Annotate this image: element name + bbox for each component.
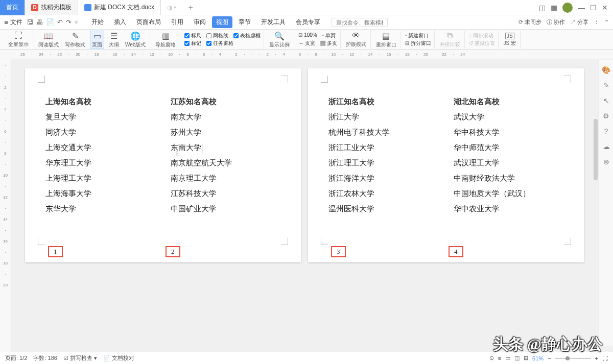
tableframe-checkbox[interactable]: 表格虚框 <box>233 32 261 39</box>
list-item[interactable]: 中南财经政法大学 <box>454 171 563 186</box>
new-tab-button[interactable]: + <box>182 3 199 12</box>
list-item[interactable]: 中国地质大学（武汉） <box>454 186 563 201</box>
sidebar-pencil-icon[interactable]: ✎ <box>603 81 609 89</box>
split-button[interactable]: ⊟ 拆分窗口 <box>405 40 431 47</box>
coop-button[interactable]: ⓘ 协作 <box>547 18 565 26</box>
collapse-ribbon-icon[interactable]: ⌃ <box>604 19 609 26</box>
sidebar-link-icon[interactable]: ⊛ <box>603 158 609 166</box>
write-mode-button[interactable]: ✎写作模式 <box>63 31 87 48</box>
sidebar-settings-icon[interactable]: ⚙ <box>603 112 609 120</box>
save-icon[interactable]: 🖫 <box>27 18 33 26</box>
list-item[interactable]: 上海理工大学 <box>45 171 155 186</box>
zoom-value[interactable]: 61% <box>532 355 544 361</box>
zoomratio-button[interactable]: 🔍显示比例 <box>268 31 291 48</box>
list-item[interactable]: 上海海事大学 <box>45 186 155 201</box>
outline-button[interactable]: ☰大纲 <box>107 31 121 48</box>
more-icon[interactable]: ⋮ <box>594 19 599 26</box>
list-item[interactable]: 华中科技大学 <box>454 125 563 140</box>
list-item[interactable]: 温州医科大学 <box>328 201 438 216</box>
zoom-slider[interactable] <box>555 358 591 359</box>
menu-tab-start[interactable]: 开始 <box>87 16 108 28</box>
list-item[interactable]: 南京航空航天大学 <box>171 155 280 171</box>
list-item[interactable]: 华东理工大学 <box>45 155 155 171</box>
maximize-button[interactable]: ☐ <box>590 4 597 12</box>
tab-document[interactable]: 新建 DOCX 文档.docx <box>78 0 161 15</box>
view-mode-5-icon[interactable]: ⊞ <box>524 355 528 361</box>
newwin-button[interactable]: ▫ 新建窗口 <box>405 32 431 39</box>
scrollbar-thumb[interactable] <box>594 119 598 180</box>
column-heading[interactable]: 上海知名高校 <box>45 94 155 109</box>
vertical-ruler[interactable]: ··2·4·6·8·10·12·14·16·18·20 <box>0 59 11 355</box>
rearrange-button[interactable]: ▤重排窗口 <box>374 31 398 48</box>
tab-feedback-icon[interactable]: ◑ • <box>161 4 182 11</box>
menu-tab-review[interactable]: 审阅 <box>190 16 210 28</box>
file-menu[interactable]: 文件 <box>10 18 22 27</box>
redo-icon[interactable]: ↷ <box>66 18 72 26</box>
hamburger-icon[interactable]: ≡ <box>4 18 8 27</box>
view-mode-3-icon[interactable]: ▭ <box>505 355 510 361</box>
menu-tab-view[interactable]: 视图 <box>212 16 232 28</box>
jsmacro-button[interactable]: JSJS 宏 <box>502 33 517 47</box>
list-item[interactable]: 杭州电子科技大学 <box>328 125 438 140</box>
list-item[interactable]: 同济大学 <box>45 125 155 140</box>
zoom-in-button[interactable]: + <box>595 355 598 361</box>
list-item[interactable]: 浙江农林大学 <box>328 186 438 201</box>
user-avatar[interactable] <box>562 3 573 13</box>
unsync-button[interactable]: ⟳ 未同步 <box>518 18 541 26</box>
web-layout-button[interactable]: 🌐Web版式 <box>124 31 147 48</box>
sidebar-cloud-icon[interactable]: ☁ <box>603 142 610 151</box>
navpane-button[interactable]: ▥导航窗格 <box>154 31 177 48</box>
layout1-icon[interactable]: ◫ <box>539 4 546 12</box>
menu-tab-devtools[interactable]: 开发工具 <box>257 16 290 28</box>
read-layout-button[interactable]: 📖阅读版式 <box>37 31 60 48</box>
undo-icon[interactable]: ↶ <box>57 18 63 26</box>
zoom100-button[interactable]: ⊡ 100% <box>298 32 317 39</box>
list-item[interactable]: 浙江海洋大学 <box>328 171 438 186</box>
fullscreen-button[interactable]: ⛶全屏显示 <box>7 31 30 48</box>
list-item[interactable]: 武汉理工大学 <box>454 155 563 171</box>
ruler-checkbox[interactable]: 标尺 <box>184 32 201 39</box>
view-mode-4-icon[interactable]: ◫ <box>514 355 520 361</box>
column-heading[interactable]: 江苏知名高校 <box>171 94 280 109</box>
close-button[interactable]: ✕ <box>602 4 608 12</box>
view-mode-2-icon[interactable]: ≡ <box>498 355 501 361</box>
column-heading[interactable]: 湖北知名高校 <box>454 94 563 109</box>
list-item[interactable]: 浙江工业大学 <box>328 140 438 155</box>
pagewidth-button[interactable]: ↔ 页宽 <box>298 40 315 47</box>
menu-tab-member[interactable]: 会员专享 <box>292 16 324 28</box>
marker-checkbox[interactable]: 标记 <box>184 40 201 47</box>
list-item[interactable]: 江苏科技大学 <box>171 186 280 201</box>
minimize-button[interactable]: — <box>578 4 585 12</box>
list-item[interactable]: 南京理工大学 <box>171 171 280 186</box>
sidebar-help-icon[interactable]: ? <box>604 127 608 135</box>
print-icon[interactable]: 🖶 <box>36 18 43 26</box>
column-1[interactable]: 上海知名高校复旦大学同济大学上海交通大学华东理工大学上海理工大学上海海事大学东华… <box>45 94 155 247</box>
layout2-icon[interactable]: ▦ <box>551 4 557 12</box>
dropdown-icon[interactable]: ▾ <box>75 18 78 26</box>
list-item[interactable]: 中国矿业大学 <box>171 201 280 216</box>
list-item[interactable]: 武汉大学 <box>454 109 563 125</box>
column-heading[interactable]: 浙江知名高校 <box>328 94 438 109</box>
taskpane-checkbox[interactable]: 任务窗格 <box>206 40 233 47</box>
page-layout-button[interactable]: ▭页面 <box>90 31 104 49</box>
menu-tab-reference[interactable]: 引用 <box>167 16 187 28</box>
list-item[interactable]: 华中农业大学 <box>454 201 563 216</box>
list-item[interactable]: 苏州大学 <box>171 125 280 140</box>
column-2[interactable]: 江苏知名高校南京大学苏州大学东南大学南京航空航天大学南京理工大学江苏科技大学中国… <box>171 94 280 247</box>
tab-home[interactable]: 首页 <box>0 0 25 15</box>
list-item[interactable]: 复旦大学 <box>45 109 155 125</box>
sidebar-palette-icon[interactable]: 🎨 <box>602 66 610 74</box>
share-button[interactable]: ↗ 分享 <box>570 18 588 26</box>
fit-button[interactable]: ⛶ <box>602 355 608 361</box>
menu-tab-layout[interactable]: 页面布局 <box>132 16 165 28</box>
status-words[interactable]: 字数: 186 <box>33 354 57 362</box>
multi-page-button[interactable]: ▦ 多页 <box>320 40 337 47</box>
preview-icon[interactable]: 📄 <box>46 18 54 26</box>
column-4[interactable]: 湖北知名高校武汉大学华中科技大学华中师范大学武汉理工大学中南财经政法大学中国地质… <box>454 94 563 247</box>
status-spell[interactable]: ☑ 拼写检查 ▾ <box>63 354 97 362</box>
list-item[interactable]: 浙江大学 <box>328 109 438 125</box>
list-item[interactable]: 浙江理工大学 <box>328 155 438 171</box>
command-search-input[interactable] <box>332 18 388 27</box>
tab-template[interactable]: D找稻壳模板 <box>25 0 78 15</box>
eyecare-button[interactable]: 👁护眼模式 <box>344 31 368 48</box>
